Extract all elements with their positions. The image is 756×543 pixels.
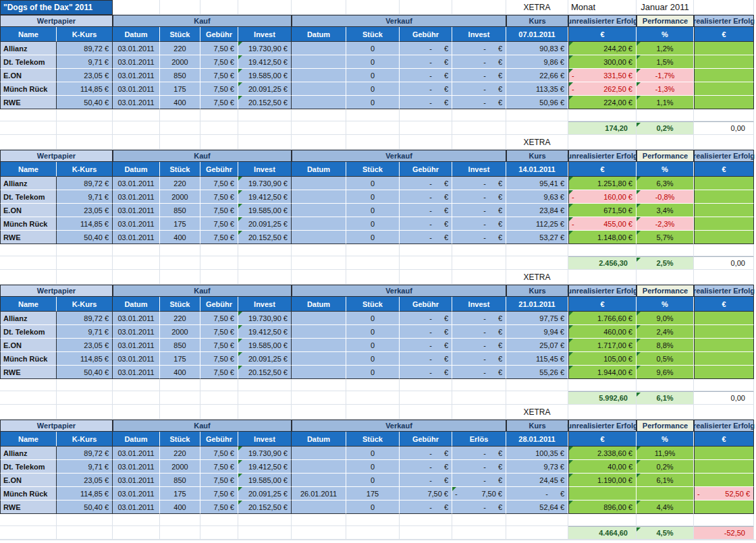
col-header-kkurs[interactable]: K-Kurs xyxy=(57,432,113,447)
cell-kauf-invest[interactable]: 19.585,00 € xyxy=(238,339,292,352)
cell-stock-name[interactable]: RWE xyxy=(0,501,57,514)
cell-empty[interactable] xyxy=(694,405,754,420)
cell-empty[interactable] xyxy=(200,270,238,285)
cell-kurs[interactable]: 95,41 € xyxy=(506,177,568,190)
cell-empty[interactable] xyxy=(292,379,346,391)
cell-erfolg-eur[interactable]: 105,00 € xyxy=(568,352,637,366)
cell-verkauf-gebuehr[interactable]: -€ xyxy=(400,339,452,352)
col-header-verkauf-value[interactable]: Invest xyxy=(452,297,506,312)
cell-kkurs[interactable]: 50,40 € xyxy=(57,366,113,379)
cell-total-real[interactable]: -52,50 xyxy=(694,526,754,540)
cell-stock-name[interactable]: Dt. Telekom xyxy=(0,190,57,204)
cell-stock-name[interactable]: E.ON xyxy=(0,204,57,217)
cell-stock-name[interactable]: Allianz xyxy=(0,447,57,460)
cell-verkauf-datum[interactable]: 26.01.2011 xyxy=(292,487,346,501)
cell-empty[interactable] xyxy=(694,270,754,285)
cell-empty[interactable] xyxy=(113,109,160,121)
cell-empty[interactable] xyxy=(160,135,200,150)
cell-empty[interactable] xyxy=(506,109,568,121)
cell-verkauf-datum[interactable] xyxy=(292,82,346,96)
cell-empty[interactable] xyxy=(238,405,292,420)
cell-kauf-gebuehr[interactable]: 7,50 € xyxy=(200,352,238,366)
cell-real-eur[interactable] xyxy=(694,177,754,190)
cell-empty[interactable] xyxy=(113,514,160,526)
col-header-verkauf-value[interactable]: Erlös xyxy=(452,432,506,447)
cell-kkurs[interactable]: 114,85 € xyxy=(57,352,113,366)
cell-verkauf-stueck[interactable]: 0 xyxy=(346,366,400,379)
cell-verkauf-gebuehr[interactable]: -€ xyxy=(400,447,452,460)
cell-stock-name[interactable]: Münch Rück xyxy=(0,82,57,96)
group-header-performance[interactable]: Performance xyxy=(637,150,694,162)
cell-kkurs[interactable]: 23,05 € xyxy=(57,474,113,487)
col-header-erfolg-eur[interactable]: € xyxy=(568,297,637,312)
cell-real-eur[interactable] xyxy=(694,501,754,514)
cell-verkauf-datum[interactable] xyxy=(292,460,346,474)
col-header-verkauf-value[interactable]: Invest xyxy=(452,27,506,42)
cell-performance[interactable]: -1,3% xyxy=(637,82,694,96)
cell-empty[interactable] xyxy=(113,244,160,256)
cell-kauf-stueck[interactable]: 400 xyxy=(160,501,200,514)
cell-real-eur[interactable] xyxy=(694,447,754,460)
cell-performance[interactable]: 5,7% xyxy=(637,231,694,244)
cell-kkurs[interactable]: 89,72 € xyxy=(57,312,113,325)
cell-empty[interactable] xyxy=(694,0,754,15)
cell-erfolg-eur[interactable]: 1.944,00 € xyxy=(568,366,637,379)
col-header-kurs-date[interactable]: 14.01.2011 xyxy=(506,162,568,177)
cell-empty[interactable] xyxy=(238,0,292,15)
cell-verkauf-gebuehr[interactable]: -€ xyxy=(400,352,452,366)
cell-empty[interactable] xyxy=(346,121,400,135)
cell-verkauf-gebuehr[interactable]: -€ xyxy=(400,217,452,231)
cell-verkauf-stueck[interactable]: 0 xyxy=(346,96,400,109)
cell-erfolg-eur[interactable]: 300,00 € xyxy=(568,55,637,69)
cell-empty[interactable] xyxy=(400,391,452,405)
cell-kurs[interactable]: 115,45 € xyxy=(506,352,568,366)
cell-stock-name[interactable]: RWE xyxy=(0,231,57,244)
cell-stock-name[interactable]: Münch Rück xyxy=(0,217,57,231)
cell-stock-name[interactable]: Dt. Telekom xyxy=(0,55,57,69)
cell-verkauf-value[interactable]: -€ xyxy=(452,96,506,109)
cell-kauf-invest[interactable]: 19.730,90 € xyxy=(238,447,292,460)
cell-verkauf-value[interactable]: -€ xyxy=(452,474,506,487)
cell-empty[interactable] xyxy=(568,109,637,121)
cell-empty[interactable] xyxy=(0,256,57,270)
cell-kauf-stueck[interactable]: 2000 xyxy=(160,55,200,69)
cell-stock-name[interactable]: Allianz xyxy=(0,177,57,190)
cell-kauf-gebuehr[interactable]: 7,50 € xyxy=(200,204,238,217)
cell-empty[interactable] xyxy=(238,391,292,405)
group-header-performance[interactable]: Performance xyxy=(637,285,694,297)
monat-label-cell[interactable]: Monat xyxy=(568,0,637,15)
cell-empty[interactable] xyxy=(292,244,346,256)
cell-real-eur[interactable] xyxy=(694,190,754,204)
group-header-unrealisierter-erfolg[interactable]: unrealisierter Erfolg xyxy=(568,15,637,27)
cell-erfolg-eur[interactable]: -455,00 € xyxy=(568,217,637,231)
cell-erfolg-eur[interactable]: 671,50 € xyxy=(568,204,637,217)
cell-kauf-datum[interactable]: 03.01.2011 xyxy=(113,42,160,55)
cell-kauf-datum[interactable]: 03.01.2011 xyxy=(113,447,160,460)
cell-total-real[interactable]: 0,00 xyxy=(694,256,754,270)
cell-empty[interactable] xyxy=(346,391,400,405)
cell-kauf-datum[interactable]: 03.01.2011 xyxy=(113,204,160,217)
cell-kauf-gebuehr[interactable]: 7,50 € xyxy=(200,177,238,190)
cell-empty[interactable] xyxy=(113,270,160,285)
group-header-kurs[interactable]: Kurs xyxy=(506,150,568,162)
cell-empty[interactable] xyxy=(292,109,346,121)
cell-performance[interactable]: 4,4% xyxy=(637,501,694,514)
cell-empty[interactable] xyxy=(452,270,506,285)
cell-empty[interactable] xyxy=(506,379,568,391)
cell-verkauf-datum[interactable] xyxy=(292,447,346,460)
cell-total-erfolg[interactable]: 2.456,30 xyxy=(568,256,637,270)
col-header-performance-pct[interactable]: % xyxy=(637,297,694,312)
cell-kurs[interactable]: 97,75 € xyxy=(506,312,568,325)
cell-verkauf-stueck[interactable]: 0 xyxy=(346,217,400,231)
cell-empty[interactable] xyxy=(160,256,200,270)
cell-kauf-stueck[interactable]: 220 xyxy=(160,42,200,55)
cell-kauf-gebuehr[interactable]: 7,50 € xyxy=(200,325,238,339)
cell-empty[interactable] xyxy=(637,109,694,121)
cell-verkauf-stueck[interactable]: 0 xyxy=(346,447,400,460)
col-header-kurs-date[interactable]: 21.01.2011 xyxy=(506,297,568,312)
cell-kkurs[interactable]: 9,71 € xyxy=(57,325,113,339)
cell-empty[interactable] xyxy=(57,379,113,391)
cell-empty[interactable] xyxy=(57,391,113,405)
cell-empty[interactable] xyxy=(400,256,452,270)
cell-empty[interactable] xyxy=(694,109,754,121)
